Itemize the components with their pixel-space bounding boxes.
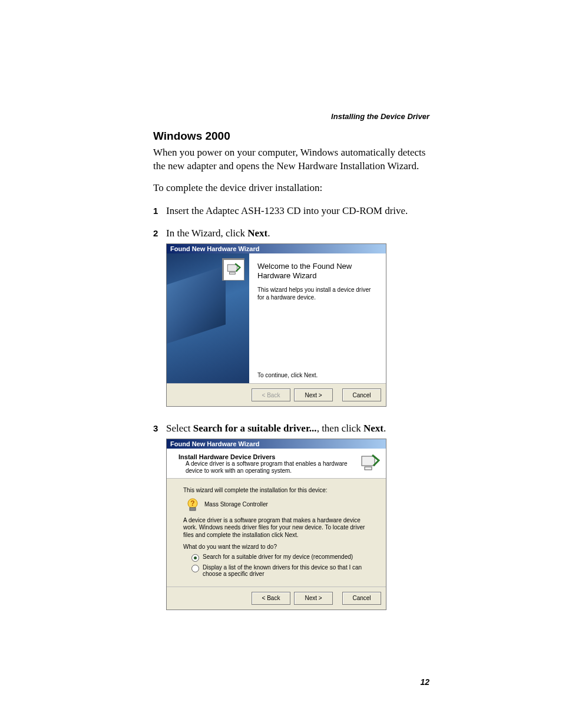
wizard-body-line: A device driver is a software program th…	[183, 517, 369, 539]
svg-rect-0	[227, 265, 237, 271]
wizard-question: What do you want the wizard to do?	[183, 543, 369, 551]
wizard-body-line: This wizard will complete the installati…	[183, 487, 369, 495]
step-text-bold: Search for a suitable driver...	[193, 423, 317, 434]
wizard-body: This wizard will complete the installati…	[167, 479, 386, 587]
svg-rect-3	[365, 467, 372, 470]
device-name: Mass Storage Controller	[204, 501, 268, 508]
wizard-header-text: Install Hardware Device Drivers A device…	[178, 453, 356, 475]
radio-label: Search for a suitable driver for my devi…	[203, 554, 353, 560]
wizard-header: Install Hardware Device Drivers A device…	[167, 449, 386, 479]
intro-followup: To complete the device driver installati…	[153, 182, 429, 195]
next-button[interactable]: Next >	[294, 592, 333, 605]
page-number: 12	[420, 677, 429, 687]
svg-rect-2	[362, 456, 375, 466]
radio-label: Display a list of the known drivers for …	[203, 564, 369, 577]
wizard-footer-text: To continue, click Next.	[257, 372, 378, 378]
step-text: In the Wizard, click Next.	[166, 227, 270, 240]
document-page: Installing the Device Driver Windows 200…	[0, 0, 562, 728]
radio-icon	[191, 565, 199, 572]
cancel-button[interactable]: Cancel	[342, 388, 381, 401]
step-number: 3	[153, 422, 166, 433]
radio-option-search[interactable]: Search for a suitable driver for my devi…	[191, 554, 369, 562]
radio-icon	[191, 554, 199, 562]
wizard-button-bar: < Back Next > Cancel	[167, 587, 386, 610]
svg-text:?: ?	[190, 499, 194, 508]
section-heading: Windows 2000	[153, 130, 429, 143]
wizard-screenshot-1: Found New Hardware Wizard Welcome to the…	[166, 243, 386, 407]
hardware-icon	[222, 258, 244, 281]
wizard-header-title: Install Hardware Device Drivers	[178, 453, 356, 460]
device-row: ? Mass Storage Controller	[187, 498, 369, 511]
running-header: Installing the Device Driver	[331, 112, 429, 121]
wizard-body: Welcome to the Found New Hardware Wizard…	[167, 253, 386, 383]
step-text-bold: Next	[247, 228, 267, 239]
wizard-sidebar-graphic	[167, 253, 249, 383]
back-button[interactable]: < Back	[252, 592, 290, 605]
hardware-icon	[360, 453, 380, 473]
question-device-icon: ?	[187, 498, 200, 511]
step-text: Insert the Adaptec ASH-1233 CD into your…	[166, 205, 408, 218]
wizard-body-text: This wizard helps you install a device d…	[257, 286, 378, 301]
step-text-bold: Next	[363, 423, 384, 434]
svg-rect-1	[230, 272, 236, 274]
wizard-button-bar: < Back Next > Cancel	[167, 383, 386, 406]
svg-rect-6	[190, 508, 196, 510]
wizard-screenshot-2: Found New Hardware Wizard Install Hardwa…	[166, 439, 386, 610]
next-button[interactable]: Next >	[294, 388, 333, 401]
wizard-header-subtitle: A device driver is a software program th…	[178, 460, 356, 475]
step-3: 3 Select Search for a suitable driver...…	[153, 422, 429, 435]
back-button[interactable]: < Back	[252, 388, 290, 401]
step-number: 1	[153, 205, 166, 216]
wizard-title-bar: Found New Hardware Wizard	[167, 244, 386, 253]
step-text: Select Search for a suitable driver..., …	[166, 422, 386, 435]
step-1: 1 Insert the Adaptec ASH-1233 CD into yo…	[153, 205, 429, 218]
radio-option-display-list[interactable]: Display a list of the known drivers for …	[191, 564, 369, 577]
wizard-heading: Welcome to the Found New Hardware Wizard	[257, 262, 378, 280]
step-text-fragment: .	[384, 423, 386, 434]
step-text-fragment: Select	[166, 423, 193, 434]
intro-paragraph: When you power on your computer, Windows…	[153, 146, 429, 173]
step-text-fragment: In the Wizard, click	[166, 228, 247, 239]
cancel-button[interactable]: Cancel	[342, 592, 381, 605]
step-text-fragment: .	[267, 228, 270, 239]
step-text-fragment: , then click	[317, 423, 363, 434]
wizard-title-bar: Found New Hardware Wizard	[167, 439, 386, 449]
step-2: 2 In the Wizard, click Next.	[153, 227, 429, 240]
wizard-main: Welcome to the Found New Hardware Wizard…	[249, 253, 386, 383]
step-number: 2	[153, 227, 166, 238]
